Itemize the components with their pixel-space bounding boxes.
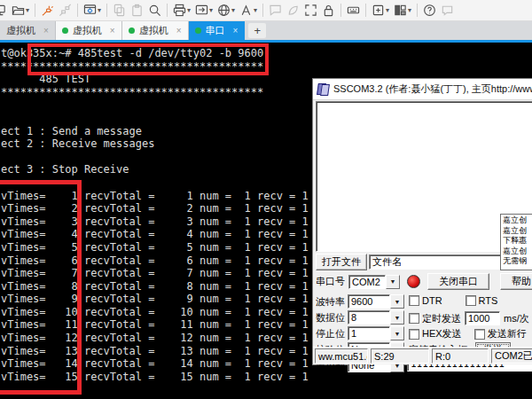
send-newline-checkbox[interactable]: 发送新行 xyxy=(474,327,527,340)
dropdown-arrow-icon[interactable]: ▾ xyxy=(98,6,101,14)
port-select[interactable]: COM2 ▼ xyxy=(348,275,400,289)
open-file-button[interactable]: 打开文件 xyxy=(316,254,367,270)
tab-close-icon[interactable]: × xyxy=(43,26,49,35)
session-tab-2[interactable]: 虚拟机× xyxy=(56,21,122,40)
ad-line: 无需钢 xyxy=(503,256,532,267)
databits-label: 数据位 xyxy=(316,311,345,325)
help-icon[interactable] xyxy=(421,2,438,20)
status-port-state: COM2已打开 xyxy=(491,348,532,364)
open-folder-icon[interactable]: ▾ xyxy=(10,2,31,20)
databits-select[interactable]: 8▼ xyxy=(348,310,404,325)
connected-dot-icon xyxy=(195,27,201,34)
sscom-titlebar[interactable]: SSCOM3.2 (作者:聂小猛(丁丁), 主页http://www.mcu xyxy=(313,79,532,100)
status-recv-count: R:0 xyxy=(432,348,489,364)
chevron-down-icon[interactable]: ▼ xyxy=(386,275,400,289)
baud-label: 波特率 xyxy=(316,295,345,309)
dropdown-arrow-icon[interactable]: ▾ xyxy=(187,6,191,14)
new-tab-button[interactable]: + xyxy=(248,23,266,38)
quick-connect-icon[interactable] xyxy=(39,2,56,20)
close-port-button[interactable]: 关闭串口 xyxy=(427,273,489,290)
ad-line: 嘉立创 xyxy=(503,215,532,226)
toolbar-separator xyxy=(106,4,107,17)
toolbar-separator xyxy=(340,4,341,17)
status-sent-count: S:29 xyxy=(371,348,429,364)
tab-close-icon[interactable]: × xyxy=(233,26,239,35)
toolbar-separator xyxy=(77,4,78,17)
session-icon[interactable] xyxy=(0,2,9,20)
chevron-down-icon[interactable]: ▼ xyxy=(390,294,404,309)
toolbar-separator xyxy=(417,4,418,17)
dropdown-arrow-icon[interactable]: ▾ xyxy=(408,6,411,14)
chat-icon xyxy=(267,2,284,20)
keyboard-icon[interactable] xyxy=(345,2,362,20)
paste-icon xyxy=(129,2,145,20)
copy-icon xyxy=(111,2,128,20)
fullscreen-icon[interactable] xyxy=(302,2,319,20)
port-open-led-icon xyxy=(407,275,420,288)
tab-label: 虚拟机 xyxy=(139,24,168,37)
disconnect-icon xyxy=(57,2,74,20)
rts-checkbox[interactable]: RTS xyxy=(466,295,498,306)
toolbar-separator xyxy=(167,4,168,17)
dtr-checkbox[interactable]: DTR xyxy=(409,295,442,306)
dropdown-arrow-icon[interactable]: ▾ xyxy=(386,6,389,14)
hex-send-checkbox[interactable]: HEX发送 xyxy=(409,327,462,340)
tile-icon[interactable]: ▾ xyxy=(392,2,413,20)
dropdown-arrow-icon[interactable]: ▾ xyxy=(254,6,257,14)
web-icon[interactable]: ▾ xyxy=(215,2,237,20)
dropdown-arrow-icon[interactable]: ▾ xyxy=(209,6,213,14)
help-button[interactable]: 帮助 xyxy=(500,273,532,290)
toolbar-separator xyxy=(262,4,263,17)
tab-label: 串口 xyxy=(206,24,225,37)
sscom-title: SSCOM3.2 (作者:聂小猛(丁丁), 主页http://www.mcu xyxy=(333,82,532,96)
font-icon[interactable]: ▾ xyxy=(238,2,259,20)
connected-dot-icon xyxy=(129,27,135,34)
tab-label: 虚拟机 xyxy=(6,24,35,37)
ad-line: 下释惠 xyxy=(503,236,532,246)
toolbar-separator xyxy=(365,4,366,17)
session-tabbar: 虚拟机×虚拟机×虚拟机×串口×+ xyxy=(0,21,532,40)
lock-icon[interactable] xyxy=(320,2,337,20)
interval-unit: ms/次 xyxy=(504,312,529,325)
port-label: 串口号 xyxy=(316,275,345,288)
chevron-down-icon[interactable]: ▼ xyxy=(390,326,404,340)
new-session-icon[interactable]: ▾ xyxy=(370,2,391,20)
ad-line: 嘉立创 xyxy=(503,226,532,237)
feedback-icon xyxy=(439,2,456,20)
tab-label: 虚拟机 xyxy=(73,24,102,37)
ad-listbox[interactable]: 嘉立创嘉立创下释惠嘉立创无需钢 xyxy=(500,214,532,270)
connected-dot-icon xyxy=(62,27,68,34)
tab-close-icon[interactable]: × xyxy=(110,26,115,35)
tab-close-icon[interactable]: × xyxy=(176,26,182,35)
baud-select[interactable]: 9600▼ xyxy=(348,294,404,309)
toolbar: ▾▾▾▾▾▾▾▾ xyxy=(0,0,532,21)
filename-input[interactable] xyxy=(369,254,507,270)
status-url: ww.mcu51.cor xyxy=(315,348,368,364)
sscom-app-icon xyxy=(317,83,329,95)
transfer-icon[interactable]: ▾ xyxy=(193,2,215,20)
session-tab-1[interactable]: 虚拟机× xyxy=(0,21,56,40)
sscom-window: SSCOM3.2 (作者:聂小猛(丁丁), 主页http://www.mcu 打… xyxy=(312,78,532,365)
print-icon[interactable]: ▾ xyxy=(171,2,192,20)
script-icon xyxy=(285,2,301,20)
chevron-down-icon[interactable]: ▼ xyxy=(390,310,404,325)
interval-input[interactable] xyxy=(465,311,500,325)
stopbits-select[interactable]: 1▼ xyxy=(348,326,404,340)
ad-line: 嘉立创 xyxy=(503,246,532,257)
dropdown-arrow-icon[interactable]: ▾ xyxy=(231,6,235,14)
timed-send-checkbox[interactable]: 定时发送 xyxy=(409,312,461,325)
port-select-value: COM2 xyxy=(348,275,386,289)
stopbits-label: 停止位 xyxy=(316,327,345,340)
sscom-statusbar: ww.mcu51.cor S:29 R:0 COM2已打开 xyxy=(313,347,532,364)
session-options-icon[interactable]: ▾ xyxy=(82,2,103,20)
toolbar-separator xyxy=(35,4,35,17)
find-icon[interactable] xyxy=(146,2,163,20)
session-tab-3[interactable]: 虚拟机× xyxy=(122,21,189,40)
dropdown-arrow-icon[interactable]: ▾ xyxy=(26,6,29,14)
session-tab-4-active[interactable]: 串口× xyxy=(189,21,246,40)
